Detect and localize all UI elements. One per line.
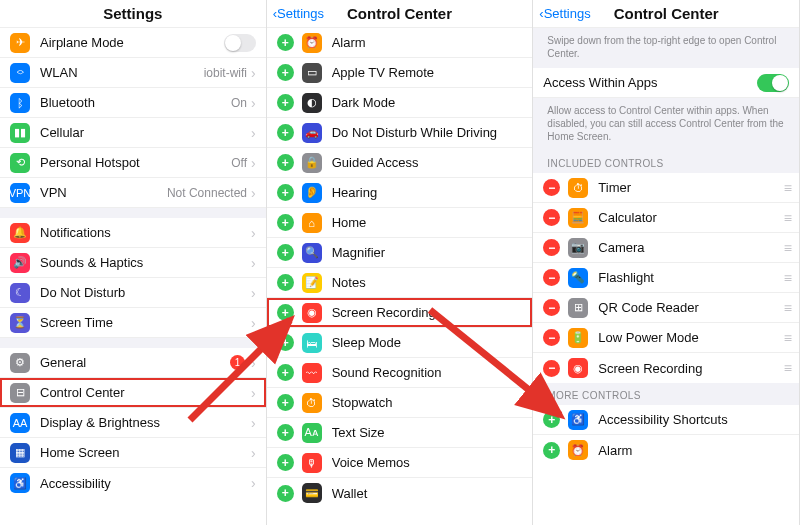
add-button[interactable]: +	[277, 124, 294, 141]
timer-icon: ⏱	[302, 393, 322, 413]
add-button[interactable]: +	[277, 424, 294, 441]
add-button[interactable]: +	[277, 454, 294, 471]
remove-button[interactable]: −	[543, 179, 560, 196]
access-within-apps-row[interactable]: Access Within Apps	[533, 68, 799, 98]
add-button[interactable]: +	[277, 184, 294, 201]
dark-icon: ◐	[302, 93, 322, 113]
add-button[interactable]: +	[277, 214, 294, 231]
control-row-timer[interactable]: −⏱ Timer ≡	[533, 173, 799, 203]
control-row-calculator[interactable]: −🧮 Calculator ≡	[533, 203, 799, 233]
row-label: Alarm	[332, 35, 523, 50]
remove-button[interactable]: −	[543, 239, 560, 256]
settings-row-screen-time[interactable]: ⏳ Screen Time ›	[0, 308, 266, 338]
remove-button[interactable]: −	[543, 299, 560, 316]
control-row-sleep-mode[interactable]: + 🛏 Sleep Mode	[267, 328, 533, 358]
settings-row-vpn[interactable]: VPN VPN Not Connected›	[0, 178, 266, 208]
control-row-accessibility-shortcuts[interactable]: +♿ Accessibility Shortcuts	[533, 405, 799, 435]
add-button[interactable]: +	[277, 64, 294, 81]
row-label: Guided Access	[332, 155, 523, 170]
control-row-screen-recording[interactable]: −◉ Screen Recording ≡	[533, 353, 799, 383]
drag-handle-icon[interactable]: ≡	[784, 240, 789, 256]
control-row-wallet[interactable]: + 💳 Wallet	[267, 478, 533, 508]
add-button[interactable]: +	[543, 411, 560, 428]
control-row-alarm[interactable]: + ⏰ Alarm	[267, 28, 533, 58]
control-row-alarm[interactable]: +⏰ Alarm	[533, 435, 799, 465]
row-label: Dark Mode	[332, 95, 523, 110]
control-row-notes[interactable]: + 📝 Notes	[267, 268, 533, 298]
toggle-switch[interactable]	[224, 34, 256, 52]
settings-panel: Settings ✈ Airplane Mode ⌔ WLAN iobit-wi…	[0, 0, 267, 525]
drag-handle-icon[interactable]: ≡	[784, 330, 789, 346]
add-button[interactable]: +	[543, 442, 560, 459]
drag-handle-icon[interactable]: ≡	[784, 360, 789, 376]
control-row-stopwatch[interactable]: + ⏱ Stopwatch	[267, 388, 533, 418]
settings-row-do-not-disturb[interactable]: ☾ Do Not Disturb ›	[0, 278, 266, 308]
row-label: Timer	[598, 180, 784, 195]
add-button[interactable]: +	[277, 304, 294, 321]
add-button[interactable]: +	[277, 394, 294, 411]
control-row-do-not-disturb-while-driving[interactable]: + 🚗 Do Not Disturb While Driving	[267, 118, 533, 148]
control-row-sound-recognition[interactable]: + 〰 Sound Recognition	[267, 358, 533, 388]
add-button[interactable]: +	[277, 334, 294, 351]
control-row-dark-mode[interactable]: + ◐ Dark Mode	[267, 88, 533, 118]
settings-row-general[interactable]: ⚙ General 1›	[0, 348, 266, 378]
row-label: Cellular	[40, 125, 251, 140]
settings-row-cellular[interactable]: ▮▮ Cellular ›	[0, 118, 266, 148]
home-icon: ⌂	[302, 213, 322, 233]
chevron-right-icon: ›	[251, 225, 256, 241]
control-row-low-power-mode[interactable]: −🔋 Low Power Mode ≡	[533, 323, 799, 353]
add-button[interactable]: +	[277, 364, 294, 381]
chevron-right-icon: ›	[251, 155, 256, 171]
control-row-hearing[interactable]: + 👂 Hearing	[267, 178, 533, 208]
person-icon: ♿	[10, 473, 30, 493]
control-row-qr-code-reader[interactable]: −⊞ QR Code Reader ≡	[533, 293, 799, 323]
control-row-text-size[interactable]: + Aᴀ Text Size	[267, 418, 533, 448]
add-button[interactable]: +	[277, 154, 294, 171]
drag-handle-icon[interactable]: ≡	[784, 270, 789, 286]
settings-row-display-brightness[interactable]: AA Display & Brightness ›	[0, 408, 266, 438]
mag-icon: 🔍	[302, 243, 322, 263]
back-button[interactable]: ‹ Settings	[273, 6, 324, 21]
remove-button[interactable]: −	[543, 269, 560, 286]
control-row-apple-tv-remote[interactable]: + ▭ Apple TV Remote	[267, 58, 533, 88]
toggle-switch[interactable]	[757, 74, 789, 92]
back-button[interactable]: ‹ Settings	[539, 6, 590, 21]
add-button[interactable]: +	[277, 244, 294, 261]
text-icon: Aᴀ	[302, 423, 322, 443]
settings-row-home-screen[interactable]: ▦ Home Screen ›	[0, 438, 266, 468]
control-row-camera[interactable]: −📷 Camera ≡	[533, 233, 799, 263]
page-title: Control Center	[614, 5, 719, 22]
add-button[interactable]: +	[277, 94, 294, 111]
drag-handle-icon[interactable]: ≡	[784, 210, 789, 226]
control-row-flashlight[interactable]: −🔦 Flashlight ≡	[533, 263, 799, 293]
control-center-add-panel: ‹ Settings Control Center + ⏰ Alarm + ▭ …	[267, 0, 534, 525]
settings-row-sounds-haptics[interactable]: 🔊 Sounds & Haptics ›	[0, 248, 266, 278]
control-row-screen-recording[interactable]: + ◉ Screen Recording	[267, 298, 533, 328]
row-label: Camera	[598, 240, 784, 255]
row-label: Flashlight	[598, 270, 784, 285]
control-row-home[interactable]: + ⌂ Home	[267, 208, 533, 238]
voice-icon: 🎙	[302, 453, 322, 473]
control-row-magnifier[interactable]: + 🔍 Magnifier	[267, 238, 533, 268]
settings-row-accessibility[interactable]: ♿ Accessibility ›	[0, 468, 266, 498]
add-button[interactable]: +	[277, 485, 294, 502]
wifi-icon: ⌔	[10, 63, 30, 83]
add-button[interactable]: +	[277, 274, 294, 291]
remove-button[interactable]: −	[543, 360, 560, 377]
settings-row-notifications[interactable]: 🔔 Notifications ›	[0, 218, 266, 248]
battery-icon: 🔋	[568, 328, 588, 348]
row-label: Do Not Disturb	[40, 285, 251, 300]
add-button[interactable]: +	[277, 34, 294, 51]
settings-row-control-center[interactable]: ⊟ Control Center ›	[0, 378, 266, 408]
drag-handle-icon[interactable]: ≡	[784, 300, 789, 316]
remove-button[interactable]: −	[543, 209, 560, 226]
settings-row-airplane-mode[interactable]: ✈ Airplane Mode	[0, 28, 266, 58]
control-row-voice-memos[interactable]: + 🎙 Voice Memos	[267, 448, 533, 478]
remove-button[interactable]: −	[543, 329, 560, 346]
settings-row-bluetooth[interactable]: ᛒ Bluetooth On›	[0, 88, 266, 118]
drag-handle-icon[interactable]: ≡	[784, 180, 789, 196]
grid-icon: ▦	[10, 443, 30, 463]
control-row-guided-access[interactable]: + 🔒 Guided Access	[267, 148, 533, 178]
settings-row-personal-hotspot[interactable]: ⟲ Personal Hotspot Off›	[0, 148, 266, 178]
settings-row-wlan[interactable]: ⌔ WLAN iobit-wifi›	[0, 58, 266, 88]
